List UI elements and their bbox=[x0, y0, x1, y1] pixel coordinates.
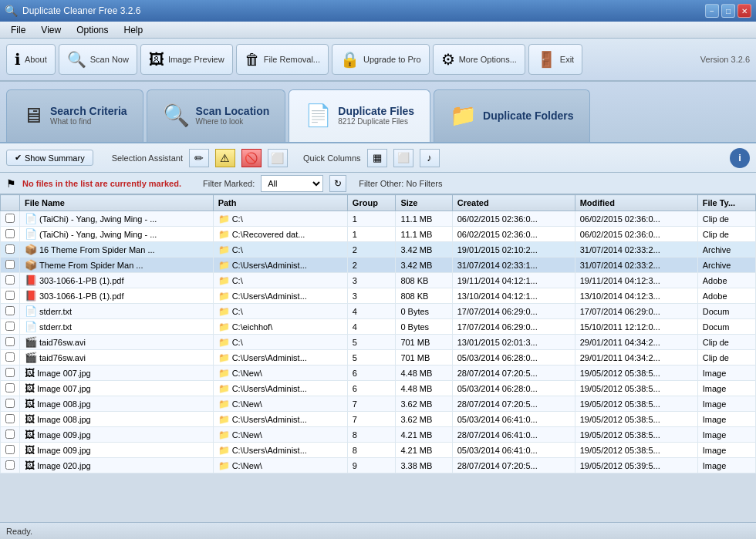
title-bar-controls[interactable]: − □ ✕ bbox=[705, 4, 751, 18]
close-button[interactable]: ✕ bbox=[737, 4, 751, 18]
about-button[interactable]: ℹ About bbox=[6, 44, 56, 75]
col-size[interactable]: Size bbox=[396, 195, 452, 211]
row-filetype: Docum bbox=[697, 319, 755, 335]
folder-icon: 📁 bbox=[218, 445, 230, 456]
search-criteria-sub: What to find bbox=[50, 117, 127, 126]
tab-search-criteria[interactable]: 🖥 Search Criteria What to find bbox=[6, 89, 143, 142]
row-checkbox[interactable] bbox=[1, 443, 20, 458]
row-checkbox[interactable] bbox=[1, 427, 20, 443]
row-path: 📁C:\eichhof\ bbox=[213, 319, 347, 335]
minimize-button[interactable]: − bbox=[705, 4, 719, 18]
show-summary-button[interactable]: ✔ Show Summary bbox=[6, 150, 93, 166]
row-path: 📁C:\ bbox=[213, 211, 347, 227]
row-path: 📁C:\Users\Administ... bbox=[213, 258, 347, 273]
col-path[interactable]: Path bbox=[213, 195, 347, 211]
quick-col-music[interactable]: ♪ bbox=[420, 149, 440, 167]
table-row: 📄stderr.txt 📁C:\eichhof\ 4 0 Bytes 17/07… bbox=[1, 319, 756, 335]
row-modified: 19/05/2012 05:38:5... bbox=[575, 381, 697, 396]
filter-marked-label: Filter Marked: bbox=[203, 179, 255, 188]
row-path: 📁C:\Users\Administ... bbox=[213, 412, 347, 427]
col-modified[interactable]: Modified bbox=[575, 195, 697, 211]
row-checkbox[interactable] bbox=[1, 335, 20, 350]
row-filetype: Image bbox=[697, 396, 755, 412]
scan-now-button[interactable]: 🔍 Scan Now bbox=[59, 44, 137, 75]
menu-options[interactable]: Options bbox=[69, 23, 116, 37]
maximize-button[interactable]: □ bbox=[721, 4, 735, 18]
upgrade-button[interactable]: 🔒 Upgrade to Pro bbox=[332, 44, 430, 75]
selection-btn-stop[interactable]: 🚫 bbox=[241, 149, 262, 167]
file-type-icon: 📦 bbox=[25, 259, 37, 271]
menu-view[interactable]: View bbox=[33, 23, 69, 37]
row-size: 11.1 MB bbox=[396, 211, 452, 227]
row-path: 📁C:\New\ bbox=[213, 366, 347, 381]
row-checkbox[interactable] bbox=[1, 258, 20, 273]
table-row: 📦Theme From Spider Man ... 📁C:\Users\Adm… bbox=[1, 258, 756, 273]
menu-help[interactable]: Help bbox=[116, 23, 151, 37]
row-group: 1 bbox=[347, 211, 396, 227]
col-filename[interactable]: File Name bbox=[20, 195, 214, 211]
row-filetype: Image bbox=[697, 412, 755, 427]
selection-btn-warn[interactable]: ⚠ bbox=[215, 149, 235, 167]
row-filename: 🎬taid76sw.avi bbox=[20, 350, 214, 366]
menu-file[interactable]: File bbox=[3, 23, 33, 37]
row-checkbox[interactable] bbox=[1, 242, 20, 258]
row-created: 17/07/2014 06:29:0... bbox=[452, 319, 575, 335]
selection-btn-edit[interactable]: ✏ bbox=[189, 149, 209, 167]
row-filename: 🖼Image 009.jpg bbox=[20, 427, 214, 443]
exit-button[interactable]: 🚪 Exit bbox=[528, 44, 582, 75]
filter-marked-select[interactable]: All Marked Unmarked bbox=[261, 175, 323, 192]
row-path: 📁C:\Users\Administ... bbox=[213, 350, 347, 366]
row-checkbox[interactable] bbox=[1, 412, 20, 427]
tabs-area: 🖥 Search Criteria What to find 🔍 Scan Lo… bbox=[0, 82, 756, 143]
row-modified: 06/02/2015 02:36:0... bbox=[575, 211, 697, 227]
row-checkbox[interactable] bbox=[1, 227, 20, 242]
file-type-icon: 📄 bbox=[25, 228, 37, 240]
tab-scan-location[interactable]: 🔍 Scan Location Where to look bbox=[147, 89, 286, 142]
file-removal-button[interactable]: 🗑 File Removal... bbox=[236, 44, 329, 75]
quick-col-grid[interactable]: ▦ bbox=[367, 149, 387, 167]
selection-btn-clear[interactable]: ⬜ bbox=[268, 149, 288, 167]
row-checkbox[interactable] bbox=[1, 211, 20, 227]
exit-icon: 🚪 bbox=[537, 50, 556, 69]
tab-duplicate-files[interactable]: 📄 Duplicate Files 8212 Duplicate Files bbox=[289, 89, 430, 142]
row-path: 📁C:\Recovered dat... bbox=[213, 227, 347, 242]
row-size: 3.38 MB bbox=[396, 458, 452, 473]
row-size: 0 Bytes bbox=[396, 304, 452, 319]
row-checkbox[interactable] bbox=[1, 288, 20, 304]
quick-col-square[interactable]: ⬜ bbox=[393, 149, 413, 167]
table-wrapper[interactable]: File Name Path Group Size Created Modifi… bbox=[0, 194, 756, 522]
file-type-icon: 📄 bbox=[25, 213, 37, 224]
tab-duplicate-folders[interactable]: 📁 Duplicate Folders bbox=[434, 89, 589, 142]
scan-location-icon: 🔍 bbox=[163, 103, 190, 128]
row-checkbox[interactable] bbox=[1, 273, 20, 288]
scan-location-sub: Where to look bbox=[196, 117, 270, 126]
title-bar-left: 🔍 Duplicate Cleaner Free 3.2.6 bbox=[5, 5, 140, 17]
file-type-icon: 🖼 bbox=[25, 413, 35, 425]
row-checkbox[interactable] bbox=[1, 304, 20, 319]
row-checkbox[interactable] bbox=[1, 381, 20, 396]
col-created[interactable]: Created bbox=[452, 195, 575, 211]
col-group[interactable]: Group bbox=[347, 195, 396, 211]
col-filetype[interactable]: File Ty... bbox=[697, 195, 755, 211]
menu-bar: File View Options Help bbox=[0, 22, 756, 39]
row-checkbox[interactable] bbox=[1, 396, 20, 412]
info-button[interactable]: i bbox=[730, 148, 750, 168]
col-check[interactable] bbox=[1, 195, 20, 211]
row-group: 4 bbox=[347, 319, 396, 335]
file-type-icon: 📄 bbox=[25, 305, 37, 317]
row-filename: 📄(TaiChi) - Yang, Jwing Ming - ... bbox=[20, 227, 214, 242]
row-checkbox[interactable] bbox=[1, 458, 20, 473]
row-path: 📁C:\ bbox=[213, 304, 347, 319]
row-checkbox[interactable] bbox=[1, 366, 20, 381]
row-group: 6 bbox=[347, 366, 396, 381]
row-filetype: Clip de bbox=[697, 335, 755, 350]
row-filetype: Image bbox=[697, 443, 755, 458]
row-checkbox[interactable] bbox=[1, 350, 20, 366]
image-preview-button[interactable]: 🖼 Image Preview bbox=[140, 44, 233, 75]
row-created: 19/01/2015 02:10:2... bbox=[452, 242, 575, 258]
more-options-button[interactable]: ⚙ More Options... bbox=[433, 44, 525, 75]
refresh-button[interactable]: ↻ bbox=[329, 175, 346, 192]
row-size: 11.1 MB bbox=[396, 227, 452, 242]
row-path: 📁C:\New\ bbox=[213, 396, 347, 412]
row-checkbox[interactable] bbox=[1, 319, 20, 335]
